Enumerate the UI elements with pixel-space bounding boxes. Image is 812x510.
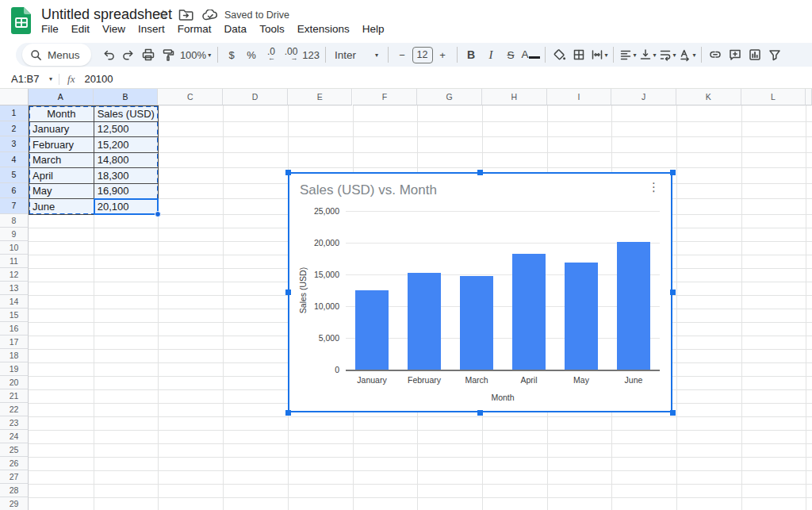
cell-B3[interactable]: 15,200 [94, 136, 159, 153]
row-header-17[interactable]: 17 [0, 336, 29, 349]
column-header-I[interactable]: I [547, 89, 612, 105]
menu-tools[interactable]: Tools [253, 21, 291, 36]
undo-button[interactable] [99, 44, 119, 65]
row-header-22[interactable]: 22 [0, 403, 29, 416]
menu-extensions[interactable]: Extensions [291, 21, 356, 36]
row-header-15[interactable]: 15 [0, 309, 29, 322]
row-header-23[interactable]: 23 [0, 416, 29, 430]
cell-B1[interactable]: Sales (USD) [94, 105, 159, 122]
row-header-13[interactable]: 13 [0, 282, 29, 295]
column-header-H[interactable]: H [482, 89, 547, 105]
print-button[interactable] [139, 44, 159, 65]
chart-resize-handle[interactable] [670, 410, 676, 416]
row-header-9[interactable]: 9 [0, 228, 29, 241]
chart-resize-handle[interactable] [285, 170, 291, 175]
row-header-14[interactable]: 14 [0, 295, 29, 309]
zoom-select[interactable]: 100% ▾ [178, 44, 213, 65]
column-header-D[interactable]: D [223, 89, 288, 105]
merge-cells-button[interactable]: ▾ [589, 44, 609, 65]
column-header-partial[interactable] [806, 89, 812, 105]
text-wrap-button[interactable]: ▾ [657, 44, 677, 65]
menu-view[interactable]: View [96, 21, 132, 36]
menu-edit[interactable]: Edit [65, 21, 96, 36]
saved-status[interactable]: Saved to Drive [224, 10, 289, 21]
chart-resize-handle[interactable] [670, 170, 676, 175]
menu-format[interactable]: Format [171, 21, 218, 36]
cell-B7[interactable]: 20,100 [94, 198, 159, 215]
format-currency-button[interactable]: $ [222, 44, 242, 65]
cell-B6[interactable]: 16,900 [94, 183, 159, 200]
column-header-B[interactable]: B [94, 89, 159, 105]
row-header-4[interactable]: 4 [0, 152, 29, 168]
cell-B2[interactable]: 12,500 [94, 121, 159, 138]
strikethrough-button[interactable]: S [501, 44, 521, 65]
row-header-25[interactable]: 25 [0, 443, 29, 457]
star-button[interactable]: ☆ [158, 7, 168, 21]
row-header-21[interactable]: 21 [0, 389, 29, 403]
select-all-corner[interactable] [0, 89, 29, 105]
cell-A1[interactable]: Month [29, 105, 94, 122]
row-header-1[interactable]: 1 [0, 105, 29, 121]
embedded-chart[interactable]: Sales (USD) vs. Month ⋮ 05,00010,00015,0… [288, 172, 672, 412]
borders-button[interactable] [569, 44, 589, 65]
fill-color-button[interactable] [550, 44, 569, 65]
row-header-19[interactable]: 19 [0, 362, 29, 376]
column-header-L[interactable]: L [741, 89, 806, 105]
column-header-G[interactable]: G [417, 89, 482, 105]
row-header-28[interactable]: 28 [0, 484, 29, 497]
cell-A5[interactable]: April [29, 167, 94, 184]
row-header-11[interactable]: 11 [0, 255, 29, 268]
row-header-2[interactable]: 2 [0, 121, 29, 137]
menu-help[interactable]: Help [356, 21, 391, 36]
row-header-27[interactable]: 27 [0, 470, 29, 484]
row-header-18[interactable]: 18 [0, 349, 29, 362]
horizontal-align-button[interactable]: ▾ [618, 44, 638, 65]
chart-resize-handle[interactable] [477, 170, 483, 175]
font-size-input[interactable]: 12 [412, 44, 433, 65]
formula-input[interactable]: 20100 [84, 73, 113, 85]
move-folder-button[interactable] [178, 9, 193, 21]
font-family-select[interactable]: Inter ▾ [330, 44, 384, 65]
menu-data[interactable]: Data [218, 21, 254, 36]
name-box[interactable]: A1:B7 [0, 73, 49, 85]
column-header-F[interactable]: F [353, 89, 418, 105]
row-header-12[interactable]: 12 [0, 268, 29, 282]
paint-format-button[interactable] [159, 44, 178, 65]
column-header-E[interactable]: E [288, 89, 353, 105]
row-header-20[interactable]: 20 [0, 376, 29, 389]
column-header-K[interactable]: K [676, 89, 741, 105]
create-filter-button[interactable] [765, 44, 785, 65]
vertical-align-button[interactable]: ▾ [638, 44, 657, 65]
decrease-decimal-button[interactable]: .0← [262, 44, 282, 65]
row-header-6[interactable]: 6 [0, 183, 29, 199]
format-percent-button[interactable]: % [242, 44, 262, 65]
cell-B4[interactable]: 14,800 [94, 152, 159, 169]
row-header-29[interactable]: 29 [0, 497, 29, 510]
menu-file[interactable]: File [35, 21, 65, 36]
insert-comment-button[interactable] [726, 44, 745, 65]
row-header-16[interactable]: 16 [0, 322, 29, 336]
insert-chart-button[interactable] [745, 44, 765, 65]
menu-insert[interactable]: Insert [132, 21, 171, 36]
increase-decimal-button[interactable]: .00→ [282, 44, 301, 65]
chart-resize-handle[interactable] [285, 290, 291, 295]
cell-A4[interactable]: March [29, 152, 94, 169]
row-header-3[interactable]: 3 [0, 136, 29, 152]
text-rotation-button[interactable]: ▾ [677, 44, 697, 65]
decrease-font-size-button[interactable]: − [393, 44, 412, 65]
chart-resize-handle[interactable] [285, 410, 291, 416]
row-header-7[interactable]: 7 [0, 198, 29, 214]
text-color-button[interactable]: A [521, 44, 541, 65]
row-header-24[interactable]: 24 [0, 430, 29, 443]
insert-link-button[interactable] [706, 44, 726, 65]
row-header-26[interactable]: 26 [0, 457, 29, 470]
column-header-A[interactable]: A [29, 89, 94, 105]
column-header-J[interactable]: J [611, 89, 676, 105]
bold-button[interactable]: B [462, 44, 481, 65]
row-header-5[interactable]: 5 [0, 167, 29, 183]
cell-A7[interactable]: June [29, 198, 94, 215]
fill-handle[interactable] [155, 211, 161, 217]
chevron-down-icon[interactable]: ▾ [49, 75, 52, 82]
chart-resize-handle[interactable] [670, 290, 676, 295]
menus-search-button[interactable]: Menus [22, 44, 91, 66]
